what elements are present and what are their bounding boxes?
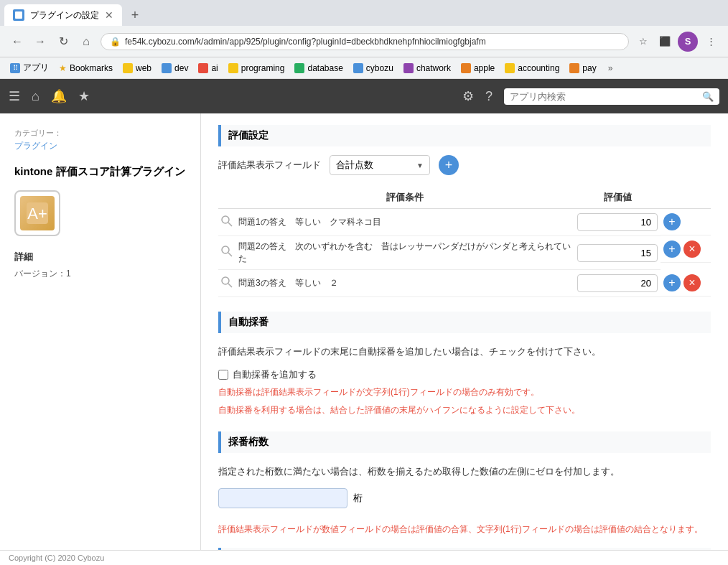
digit-desc: 指定された桁数に満たない場合は、桁数を揃えるため取得した数値の左側にゼロを付加し… (218, 462, 711, 482)
bookmark-apps[interactable]: ⠿ アプリ (6, 60, 53, 75)
bookmark-web-label: web (136, 63, 151, 73)
bookmark-dev[interactable]: dev (157, 62, 192, 75)
auto-note1: 自動採番は評価結果表示フィールドが文字列(1行)フィールドの場合のみ有効です。 (218, 386, 711, 399)
bookmark-database-label: database (307, 63, 342, 73)
add-row-button[interactable]: + (663, 274, 681, 291)
bookmark-web[interactable]: web (118, 62, 156, 75)
bookmark-accounting[interactable]: accounting (500, 62, 564, 75)
svg-line-5 (228, 253, 232, 256)
folder-icon (162, 63, 172, 73)
eval-table: 評価条件 評価値 問題1の答え 等しい クマ科ネコ目+問題2の答え 次のいずれか… (218, 187, 711, 297)
plugin-title: kintone 評価スコア計算プラグイン (14, 164, 186, 179)
field-row: 評価結果表示フィールド 合計点数 ▼ + (218, 155, 711, 175)
home-button[interactable]: ⌂ (78, 33, 95, 50)
auto-numbering-desc: 評価結果表示フィールドの末尾に自動採番を追加したい場合は、チェックを付けて下さい… (218, 342, 711, 363)
field-dropdown[interactable]: 合計点数 ▼ (330, 155, 430, 175)
dropdown-text: 合計点数 (336, 159, 414, 172)
copyright-text: Copyright (C) 2020 Cybozu (9, 554, 104, 562)
field-label: 評価結果表示フィールド (218, 159, 321, 172)
auto-checkbox[interactable] (218, 370, 228, 380)
bookmark-pay-label: pay (582, 63, 596, 73)
menu-dots-icon[interactable]: ⋮ (702, 33, 719, 50)
eval-settings-section: 評価設定 評価結果表示フィールド 合計点数 ▼ + 評価条件 (218, 125, 711, 297)
auto-note2: 自動採番を利用する場合は、結合した評価値の末尾がハイフンになるように設定して下さ… (218, 403, 711, 417)
bookmark-chatwork[interactable]: chatwork (399, 62, 455, 75)
hamburger-menu-icon[interactable]: ☰ (9, 88, 20, 104)
sidebar-detail-section: 詳細 バージョン：1 (14, 251, 186, 280)
dropdown-arrow-icon: ▼ (416, 162, 424, 169)
bookmark-programing[interactable]: programing (224, 62, 289, 75)
digit-header: 採番桁数 (218, 431, 711, 453)
action-cell: +× (661, 236, 711, 263)
refresh-button[interactable]: ↻ (55, 33, 72, 50)
plugin-logo-svg: A+ (24, 200, 50, 226)
app-bar-right: ⚙ ? (462, 88, 493, 104)
bookmarks-bar: ⠿ アプリ ★ Bookmarks web dev ai programing … (0, 57, 728, 79)
svg-line-3 (228, 223, 232, 226)
remove-row-button[interactable]: × (683, 241, 701, 258)
value-input[interactable] (577, 244, 658, 262)
bookmark-accounting-label: accounting (518, 63, 559, 73)
favorites-icon[interactable]: ★ (78, 88, 90, 104)
add-row-button[interactable]: + (663, 213, 681, 230)
bookmark-ai[interactable]: ai (194, 62, 222, 75)
bookmark-database[interactable]: database (290, 62, 347, 75)
value-header: 評価値 (574, 187, 661, 209)
search-icon-cell[interactable] (218, 270, 235, 297)
svg-point-4 (222, 246, 229, 253)
folder-icon (228, 63, 238, 73)
bookmark-cybozu[interactable]: cybozu (349, 62, 398, 75)
url-bar[interactable]: 🔒 fe54k.cybozu.com/k/admin/app/925/plugi… (101, 33, 629, 50)
add-row-button[interactable]: + (663, 241, 681, 258)
auto-checkbox-label[interactable]: 自動採番を追加する (233, 368, 317, 381)
search-icon-cell[interactable] (218, 209, 235, 236)
info-text: 評価結果表示フィールドが数値フィールドの場合は評価値の合算、文字列(1行)フィー… (218, 523, 711, 536)
folder-icon (461, 63, 471, 73)
app-search-bar[interactable]: 🔍 (504, 88, 719, 105)
content-inner: 評価設定 評価結果表示フィールド 合計点数 ▼ + 評価条件 (201, 113, 728, 565)
address-bar: ← → ↻ ⌂ 🔒 fe54k.cybozu.com/k/admin/app/9… (0, 26, 728, 57)
svg-line-7 (228, 284, 232, 287)
content-area: 評価設定 評価結果表示フィールド 合計点数 ▼ + 評価条件 (201, 113, 728, 565)
remove-row-button[interactable]: × (683, 274, 701, 291)
svg-point-6 (222, 277, 229, 284)
apps-grid-icon: ⠿ (10, 63, 20, 73)
bookmark-bookmarks[interactable]: ★ Bookmarks (55, 62, 117, 75)
digit-section: 採番桁数 指定された桁数に満たない場合は、桁数を揃えるため取得した数値の左側にゼ… (218, 431, 711, 508)
more-bookmarks-button[interactable]: » (604, 62, 617, 75)
value-input[interactable] (577, 213, 658, 231)
folder-icon (505, 63, 515, 73)
search-input[interactable] (510, 91, 698, 102)
value-input[interactable] (577, 274, 658, 292)
forward-button[interactable]: → (32, 33, 49, 50)
new-tab-button[interactable]: + (125, 5, 145, 25)
category-value[interactable]: プラグイン (14, 140, 186, 152)
bookmark-pay[interactable]: pay (565, 62, 600, 75)
active-tab[interactable]: プラグインの設定 ✕ (4, 4, 122, 26)
home-nav-icon[interactable]: ⌂ (32, 89, 39, 104)
folder-icon (403, 63, 414, 73)
digit-row: 桁 (218, 488, 711, 508)
auto-numbering-section: 自動採番 評価結果表示フィールドの末尾に自動採番を追加したい場合は、チェックを付… (218, 312, 711, 417)
bookmark-chatwork-label: chatwork (416, 63, 451, 73)
tab-title: プラグインの設定 (30, 9, 99, 22)
extensions-icon[interactable]: ⬛ (656, 33, 673, 50)
value-cell (574, 236, 661, 270)
digit-input[interactable] (218, 488, 347, 508)
notifications-icon[interactable]: 🔔 (51, 88, 67, 104)
search-submit-icon[interactable]: 🔍 (702, 91, 714, 102)
back-button[interactable]: ← (9, 33, 26, 50)
bookmark-dev-label: dev (174, 63, 188, 73)
bookmark-apple-label: apple (474, 63, 495, 73)
folder-icon (294, 63, 304, 73)
bookmarks-star-icon[interactable]: ☆ (635, 33, 652, 50)
bookmark-apple[interactable]: apple (457, 62, 499, 75)
help-icon[interactable]: ? (485, 89, 493, 104)
tab-close-button[interactable]: ✕ (105, 9, 113, 21)
search-icon-cell[interactable] (218, 236, 235, 270)
profile-button[interactable]: S (678, 32, 698, 52)
add-field-button[interactable]: + (439, 155, 459, 175)
settings-icon[interactable]: ⚙ (462, 88, 474, 104)
url-text: fe54k.cybozu.com/k/admin/app/925/plugin/… (125, 37, 486, 47)
condition-header: 評価条件 (235, 187, 574, 209)
